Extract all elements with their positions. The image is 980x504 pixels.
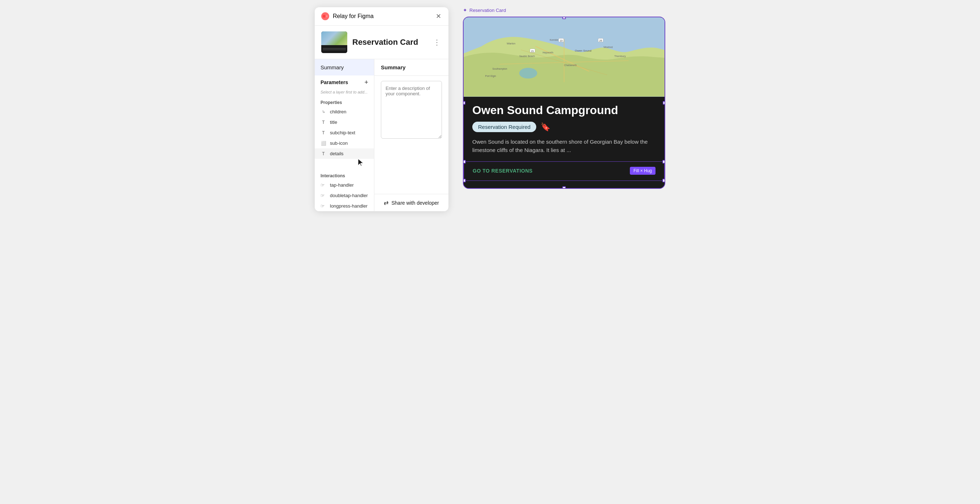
- panel-header: Relay for Figma ✕: [315, 7, 449, 25]
- card-title: Owen Sound Campground: [472, 104, 656, 117]
- cta-label: GO TO RESERVATIONS: [473, 168, 533, 174]
- handle-bm: [562, 186, 566, 189]
- interactions-section-label: Interactions: [315, 170, 374, 180]
- sidebar-nav: Summary Parameters + Select a layer firs…: [315, 59, 374, 211]
- tap-icon: ☞: [321, 182, 326, 188]
- longpress-icon: ☞: [321, 203, 326, 209]
- svg-text:10: 10: [560, 40, 563, 42]
- bookmark-icon: 🔖: [541, 122, 550, 132]
- interaction-tap[interactable]: ☞ tap-handler: [315, 180, 374, 190]
- preview-label-text: Reservation Card: [469, 8, 506, 13]
- plus-icon: +: [364, 79, 368, 86]
- cursor-area: [315, 159, 374, 170]
- thumb-line-2: [323, 49, 346, 50]
- card-content: Owen Sound Campground Reservation Requir…: [464, 97, 665, 188]
- interaction-tap-label: tap-handler: [330, 182, 354, 188]
- svg-text:Owen Sound: Owen Sound: [575, 49, 592, 52]
- footer-handle-tl: [463, 160, 466, 163]
- handle-tl: [463, 17, 465, 19]
- svg-text:Thornbury: Thornbury: [614, 55, 626, 58]
- reservation-card: Owen Sound Wiarton Kemble Sauble Beach H…: [463, 17, 665, 189]
- map-svg: Owen Sound Wiarton Kemble Sauble Beach H…: [464, 17, 665, 97]
- preview-area: ✦ Reservation Card: [463, 7, 665, 189]
- fill-hug-badge: Fill × Hug: [630, 167, 655, 175]
- handle-bl: [463, 186, 465, 189]
- svg-text:26: 26: [599, 40, 602, 42]
- doubletap-icon: ☞: [321, 193, 326, 198]
- footer-handle-bl: [463, 179, 466, 182]
- close-button[interactable]: ✕: [435, 12, 442, 20]
- summary-textarea-wrap: [374, 76, 449, 194]
- summary-panel: Summary ⇄ Share with developer: [374, 59, 449, 211]
- handle-tm: [562, 17, 566, 19]
- add-param-button[interactable]: +: [364, 79, 368, 86]
- header-left: Relay for Figma: [321, 12, 374, 20]
- component-info: Reservation Card ⋮: [315, 25, 449, 59]
- thumb-line-1: [323, 48, 346, 49]
- svg-point-1: [323, 15, 326, 18]
- footer-handle-br: [662, 179, 665, 182]
- close-icon: ✕: [436, 13, 441, 20]
- properties-section-label: Properties: [315, 97, 374, 106]
- params-title: Parameters: [321, 79, 348, 85]
- card-chips: Reservation Required 🔖: [472, 122, 656, 132]
- handle-mr: [663, 101, 665, 105]
- svg-text:Kemble: Kemble: [550, 39, 558, 41]
- card-footer-section: GO TO RESERVATIONS Fill × Hug: [464, 162, 665, 181]
- svg-point-2: [326, 15, 328, 17]
- card-map: Owen Sound Wiarton Kemble Sauble Beach H…: [464, 17, 665, 97]
- svg-point-25: [519, 68, 537, 79]
- left-panel: Relay for Figma ✕ Reservation Card ⋮ Sum…: [315, 7, 449, 211]
- share-footer[interactable]: ⇄ Share with developer: [374, 194, 449, 211]
- svg-text:Port Elgin: Port Elgin: [485, 75, 496, 78]
- params-header: Parameters +: [315, 76, 374, 89]
- image-icon: ⬜: [321, 141, 326, 146]
- svg-text:Hepworth: Hepworth: [542, 51, 553, 54]
- prop-title[interactable]: T title: [315, 117, 374, 127]
- share-label: Share with developer: [391, 200, 439, 206]
- text-icon-details: T: [321, 151, 326, 156]
- svg-text:Wiarton: Wiarton: [507, 42, 515, 45]
- interaction-longpress[interactable]: ☞ longpress-handler: [315, 201, 374, 211]
- prop-details[interactable]: T details: [315, 148, 374, 159]
- prop-title-label: title: [330, 119, 337, 125]
- handle-ml: [463, 101, 465, 105]
- handle-tr: [663, 17, 665, 19]
- prop-details-label: details: [330, 151, 344, 156]
- thumbnail-map: [321, 32, 347, 45]
- prop-subchip[interactable]: T subchip-text: [315, 127, 374, 138]
- kebab-menu-button[interactable]: ⋮: [432, 36, 442, 48]
- component-thumbnail: [321, 32, 347, 53]
- svg-text:Sauble Beach: Sauble Beach: [519, 55, 535, 57]
- handle-br: [663, 186, 665, 189]
- svg-text:Chatsworth: Chatsworth: [564, 64, 577, 67]
- sidebar-item-summary[interactable]: Summary: [315, 59, 374, 76]
- svg-text:Southampton: Southampton: [492, 68, 507, 70]
- component-name: Reservation Card: [352, 38, 418, 47]
- component-icon: ✦: [463, 7, 467, 13]
- prop-subchip-label: subchip-text: [330, 130, 355, 135]
- text-icon-title: T: [321, 120, 326, 125]
- app-title: Relay for Figma: [333, 13, 374, 19]
- interaction-longpress-label: longpress-handler: [330, 203, 368, 209]
- summary-panel-title: Summary: [374, 59, 449, 76]
- prop-sub-icon-label: sub-icon: [330, 140, 348, 146]
- prop-sub-icon[interactable]: ⬜ sub-icon: [315, 138, 374, 148]
- thumbnail-dark: [321, 45, 347, 53]
- reservation-chip: Reservation Required: [472, 122, 536, 132]
- svg-text:21: 21: [531, 50, 534, 52]
- interaction-doubletap-label: doubletap-handler: [330, 193, 368, 198]
- relay-logo-icon: [321, 12, 329, 20]
- prop-children[interactable]: ↳ children: [315, 106, 374, 117]
- card-footer-inner: GO TO RESERVATIONS Fill × Hug: [473, 167, 655, 181]
- preview-label: ✦ Reservation Card: [463, 7, 665, 13]
- cursor-icon: [358, 159, 364, 166]
- footer-handle-tr: [662, 160, 665, 163]
- svg-text:Meaford: Meaford: [603, 46, 613, 48]
- prop-children-label: children: [330, 109, 347, 114]
- select-hint: Select a layer first to add...: [315, 89, 374, 97]
- card-description: Owen Sound is located on the southern sh…: [472, 138, 656, 154]
- summary-textarea[interactable]: [381, 81, 442, 139]
- panel-body: Summary Parameters + Select a layer firs…: [315, 59, 449, 211]
- interaction-doubletap[interactable]: ☞ doubletap-handler: [315, 190, 374, 201]
